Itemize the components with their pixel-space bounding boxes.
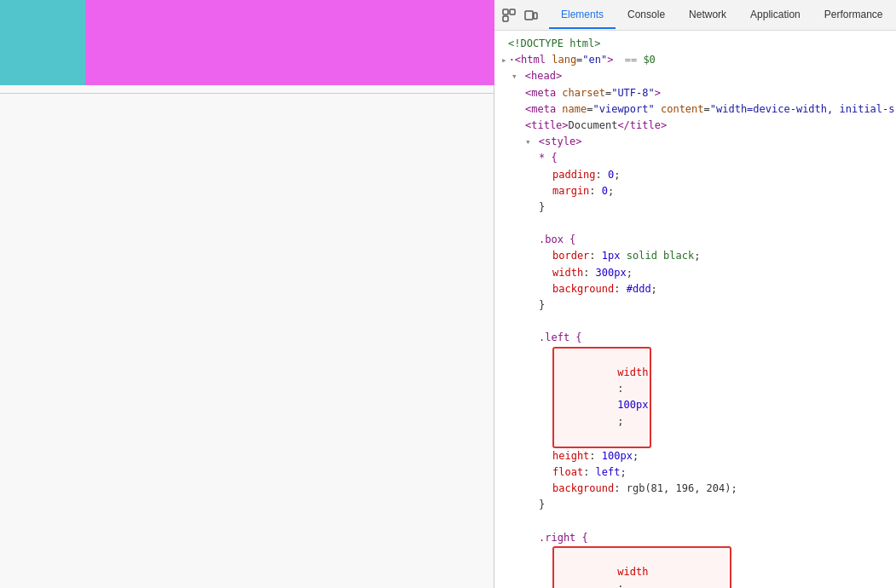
preview-area bbox=[0, 0, 494, 94]
devtools-toolbar: Elements Console Network Application Per… bbox=[494, 0, 896, 31]
code-line-width-100: width : 100px ; bbox=[494, 347, 896, 448]
code-line-style-open: ▾ <style> bbox=[494, 134, 896, 150]
main-layout: Elements Console Network Application Per… bbox=[0, 0, 896, 588]
svg-rect-3 bbox=[525, 11, 533, 20]
code-line-close3: } bbox=[494, 497, 896, 513]
devtools-panel: Elements Console Network Application Per… bbox=[494, 0, 896, 588]
tab-performance[interactable]: Performance bbox=[812, 2, 895, 29]
code-line-float: float : left ; bbox=[494, 464, 896, 481]
device-icon[interactable] bbox=[523, 8, 539, 23]
code-line-meta-viewport: <meta name = "viewport" content = "width… bbox=[494, 101, 896, 118]
code-line-bg-rgb-left: background : rgb(81, 196, 204) ; bbox=[494, 481, 896, 497]
cursor-icon[interactable] bbox=[501, 8, 517, 23]
code-line-width-300: width : 300px ; bbox=[494, 265, 896, 281]
code-line-html: ▸ · <html lang = "en" > == $0 bbox=[494, 52, 896, 68]
svg-rect-2 bbox=[503, 16, 508, 21]
code-line-width-calc: width : calc(100% - 100px) ; bbox=[494, 546, 896, 588]
svg-rect-4 bbox=[534, 13, 537, 19]
preview-right-box bbox=[85, 0, 494, 85]
code-line-close2: } bbox=[494, 297, 896, 314]
code-line-box-sel: .box { bbox=[494, 232, 896, 248]
code-line-spacer3 bbox=[494, 513, 896, 529]
code-line-meta-charset: <meta charset = "UTF-8" > bbox=[494, 85, 896, 101]
tab-elements[interactable]: Elements bbox=[549, 2, 616, 29]
code-line-padding: padding : 0 ; bbox=[494, 167, 896, 183]
code-line-margin: margin : 0 ; bbox=[494, 183, 896, 199]
code-line-head: ▾ <head> bbox=[494, 68, 896, 84]
code-area[interactable]: <!DOCTYPE html> ▸ · <html lang = "en" > … bbox=[494, 31, 896, 588]
code-line-height-100-left: height : 100px ; bbox=[494, 448, 896, 464]
preview-panel bbox=[0, 0, 494, 588]
code-line-close1: } bbox=[494, 199, 896, 216]
tab-application[interactable]: Application bbox=[738, 2, 812, 29]
devtools-tabs: Elements Console Network Application Per… bbox=[549, 2, 895, 29]
toolbar-icons bbox=[501, 8, 539, 23]
code-line-doctype: <!DOCTYPE html> bbox=[494, 36, 896, 52]
svg-rect-0 bbox=[503, 9, 508, 14]
code-line-spacer1 bbox=[494, 216, 896, 232]
code-line-title: <title> Document </title> bbox=[494, 118, 896, 134]
preview-left-box bbox=[0, 0, 85, 85]
code-line-spacer2 bbox=[494, 314, 896, 330]
code-line-universal-sel: * { bbox=[494, 150, 896, 166]
code-line-bg-ddd: background : #ddd ; bbox=[494, 281, 896, 297]
code-line-left-sel: .left { bbox=[494, 330, 896, 346]
tab-network[interactable]: Network bbox=[677, 2, 738, 29]
code-line-border: border : 1px solid black ; bbox=[494, 248, 896, 264]
tab-console[interactable]: Console bbox=[616, 2, 677, 29]
svg-rect-1 bbox=[510, 9, 515, 14]
code-line-right-sel: .right { bbox=[494, 530, 896, 546]
